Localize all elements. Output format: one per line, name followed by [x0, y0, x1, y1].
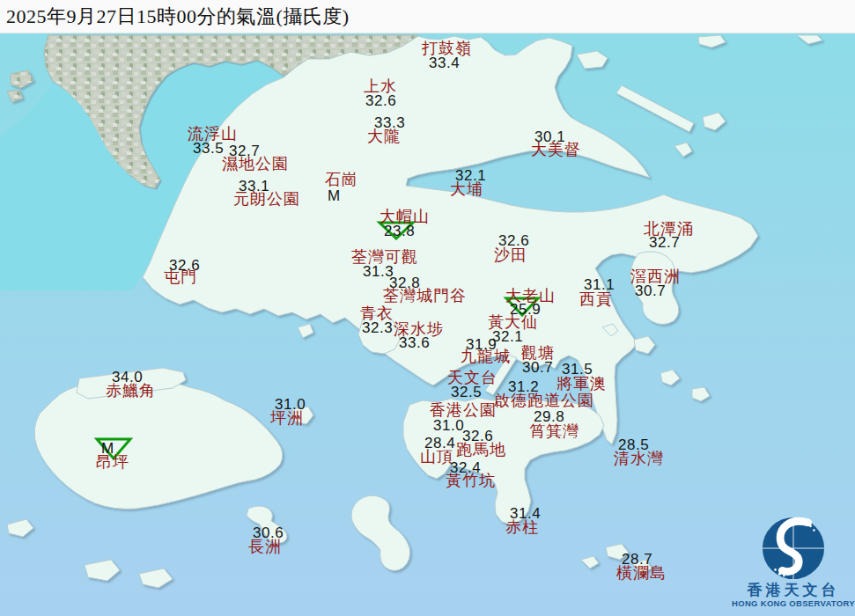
logo-english: HONG KONG OBSERVATORY: [732, 598, 855, 609]
logo-chinese: 香港天文台: [748, 583, 840, 598]
title-bar: 2025年9月27日15時00分的氣溫(攝氏度): [0, 0, 855, 33]
hko-logo-mark: [759, 516, 828, 583]
hko-logo: 香港天文台 HONG KONG OBSERVATORY: [729, 516, 855, 614]
temperature-map: 打鼓嶺33.4上水32.6大隴33.3大美督30.1流浮山33.5濕地公園32.…: [0, 0, 855, 616]
map-title: 2025年9月27日15時00分的氣溫(攝氏度): [0, 4, 350, 30]
hk-map: [0, 0, 855, 616]
